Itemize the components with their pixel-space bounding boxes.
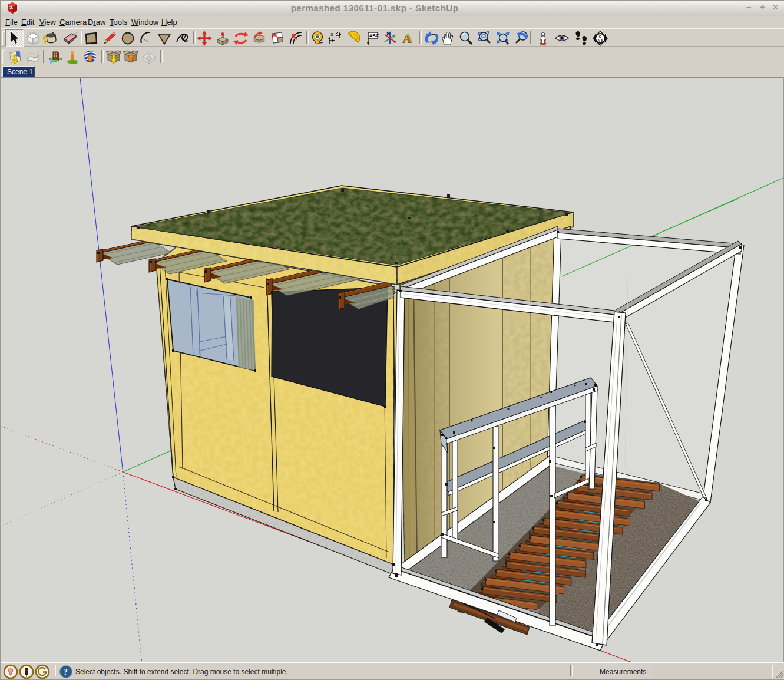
svg-text:3: 3 [330,32,333,37]
svg-text:?: ? [64,667,68,676]
svg-text:C: C [599,35,602,38]
svg-text:ABC: ABC [369,33,380,38]
svg-text:A-5: A-5 [597,39,603,42]
svg-text:A: A [403,31,413,45]
